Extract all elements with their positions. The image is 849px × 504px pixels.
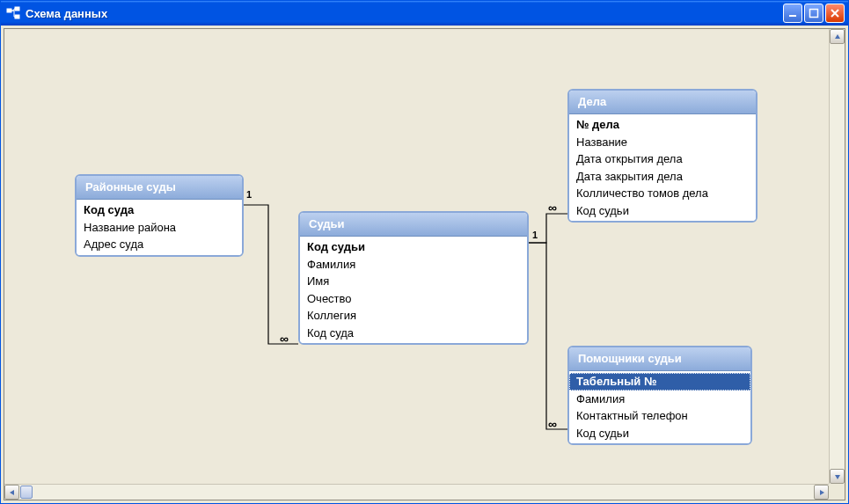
field-row[interactable]: № дела [569, 116, 756, 134]
titlebar[interactable]: Схема данных [1, 1, 848, 26]
scroll-left-button[interactable] [4, 485, 19, 500]
schema-canvas[interactable]: 1 ∞ 1 ∞ ∞ Районные суды Код суда Названи… [4, 29, 829, 484]
entity-title[interactable]: Дела [569, 91, 756, 114]
field-row[interactable]: Код судьи [569, 425, 750, 442]
scroll-thumb[interactable] [20, 486, 33, 499]
entity-title[interactable]: Помощники судьи [569, 347, 750, 371]
entity-assistants[interactable]: Помощники судьи Табельный № Фамилия Конт… [567, 346, 752, 445]
vertical-scrollbar[interactable] [829, 29, 845, 484]
scroll-right-button[interactable] [814, 485, 829, 500]
field-row[interactable]: Очество [300, 290, 527, 308]
field-row[interactable]: Код суда [300, 325, 527, 342]
svg-rect-0 [7, 9, 11, 12]
app-icon [6, 6, 20, 20]
field-row[interactable]: Колличество томов дела [569, 185, 756, 202]
field-row[interactable]: Коллегия [300, 307, 527, 325]
svg-rect-1 [15, 7, 19, 11]
entity-judges[interactable]: Судьи Код судьи Фамилия Имя Очество Колл… [298, 211, 529, 345]
field-row[interactable]: Адрес суда [77, 236, 242, 253]
field-row[interactable]: Название района [77, 219, 242, 237]
cardinality-one: 1 [532, 230, 538, 240]
svg-rect-3 [789, 15, 796, 17]
field-row[interactable]: Фамилия [300, 256, 527, 274]
scroll-up-button[interactable] [830, 29, 845, 44]
cardinality-one: 1 [246, 189, 252, 200]
maximize-button[interactable] [804, 4, 823, 23]
field-row[interactable]: Дата закрытия дела [569, 168, 756, 186]
cardinality-many: ∞ [548, 417, 557, 431]
cardinality-many: ∞ [280, 332, 289, 346]
field-row[interactable]: Фамилия [569, 391, 750, 408]
cardinality-many: ∞ [548, 201, 557, 215]
entity-fields: Табельный № Фамилия Контактный телефон К… [569, 371, 750, 443]
field-row[interactable]: Название [569, 134, 756, 151]
entity-fields: Код суда Название района Адрес суда [77, 200, 242, 255]
field-row[interactable]: Код суда [77, 201, 242, 219]
svg-rect-2 [15, 15, 19, 18]
close-button[interactable] [825, 4, 845, 23]
horizontal-scrollbar[interactable] [4, 484, 829, 500]
entity-fields: № дела Название Дата открытия дела Дата … [569, 114, 756, 221]
field-row[interactable]: Код судьи [300, 238, 527, 256]
entity-fields: Код судьи Фамилия Имя Очество Коллегия К… [300, 237, 527, 343]
minimize-button[interactable] [783, 4, 802, 23]
entity-title[interactable]: Районные суды [77, 176, 242, 200]
entity-district-courts[interactable]: Районные суды Код суда Название района А… [75, 174, 244, 257]
field-row[interactable]: Имя [300, 273, 527, 290]
scroll-corner [829, 484, 845, 500]
entity-title[interactable]: Судьи [300, 213, 527, 237]
client-area: 1 ∞ 1 ∞ ∞ Районные суды Код суда Названи… [4, 28, 845, 500]
field-row[interactable]: Табельный № [569, 373, 750, 391]
field-row[interactable]: Дата открытия дела [569, 150, 756, 168]
svg-rect-4 [810, 10, 818, 18]
window-buttons [783, 4, 845, 23]
entity-cases[interactable]: Дела № дела Название Дата открытия дела … [567, 89, 758, 223]
field-row[interactable]: Контактный телефон [569, 407, 750, 425]
schema-window: Схема данных 1 ∞ [0, 0, 849, 504]
window-title: Схема данных [26, 7, 783, 20]
scroll-down-button[interactable] [830, 469, 845, 484]
field-row[interactable]: Код судьи [569, 202, 756, 220]
